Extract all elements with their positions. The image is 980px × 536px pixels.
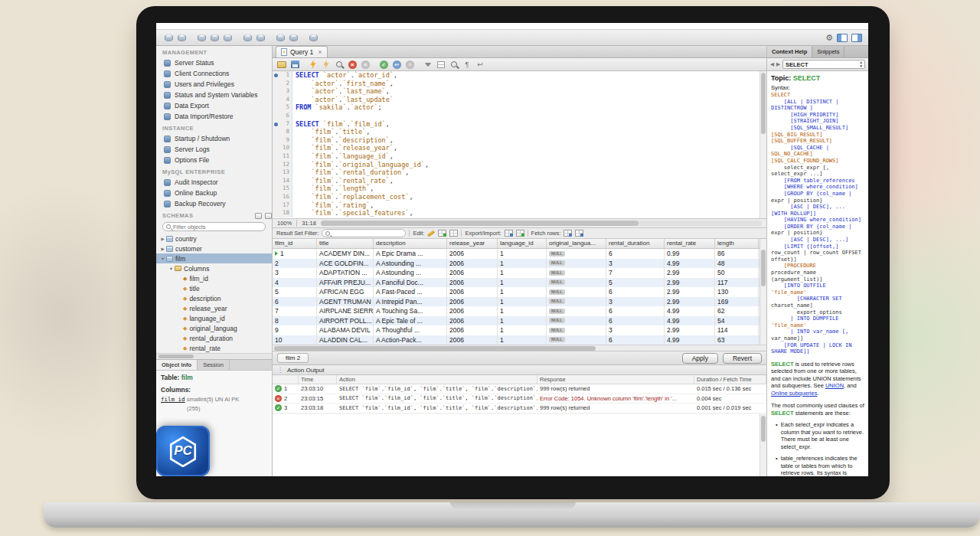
table-cell[interactable]: 62 (715, 306, 759, 316)
table-cell[interactable]: 6 (606, 335, 665, 345)
table-cell[interactable]: 5 (606, 278, 665, 288)
action-output-row[interactable]: ✓323:03:18SELECT `film`.`film_id`, `film… (273, 404, 766, 413)
sidebar-item-startup-shutdown[interactable]: Startup / Shutdown (156, 133, 272, 144)
code-line[interactable]: 15 `film`.`length`, (273, 185, 760, 193)
table-cell[interactable]: NULL (547, 297, 606, 307)
result-filter-input[interactable] (332, 230, 407, 237)
table-cell[interactable]: 2006 (447, 325, 498, 335)
table-cell[interactable]: 130 (715, 287, 759, 297)
table-cell[interactable]: 2.99 (665, 325, 715, 335)
sidebar-item-server-logs[interactable]: Server Logs (156, 144, 272, 155)
table-cell[interactable]: 3 (606, 259, 665, 269)
ao-column-time[interactable]: Time (299, 375, 337, 384)
zoom-level[interactable]: 100% (277, 220, 292, 227)
wrap-text-icon[interactable]: ↩ (475, 60, 485, 70)
table-cell[interactable]: A Intrepid Pan... (374, 297, 447, 307)
tab-session[interactable]: Session (198, 360, 230, 370)
table-cell[interactable]: A Epic Tale of ... (374, 316, 447, 326)
table-cell[interactable]: 1 (498, 278, 547, 288)
sidebar-item-data-import-restore[interactable]: Data Import/Restore (156, 111, 272, 122)
tree-item-description[interactable]: ◆description (156, 293, 272, 303)
table-cell[interactable]: 2006 (447, 259, 498, 269)
table-cell[interactable]: 4.99 (665, 316, 715, 326)
tab-query-1[interactable]: Query 1 × (276, 46, 328, 57)
execute-icon[interactable] (308, 60, 318, 70)
tab-context-help[interactable]: Context Help (767, 46, 812, 57)
table-cell[interactable]: 50 (715, 268, 759, 278)
table-cell[interactable]: A Touching Sa... (374, 306, 447, 316)
code-line[interactable]: 5FROM `sakila`.`actor`; (273, 103, 760, 112)
ao-column-response[interactable]: Response (537, 375, 694, 384)
code-line[interactable]: 6 (273, 112, 760, 120)
schemas-refresh-icon[interactable] (255, 213, 262, 219)
code-line[interactable]: 7SELECT `film`.`film_id`, (273, 120, 760, 129)
code-line[interactable]: 18 `film`.`special_features`, (273, 209, 760, 217)
table-cell[interactable]: NULL (547, 306, 606, 316)
table-cell[interactable]: 2006 (447, 287, 498, 297)
table-cell[interactable]: NULL (547, 278, 606, 288)
table-cell[interactable]: A Action-Pack... (374, 335, 447, 345)
save-script-icon[interactable] (289, 60, 300, 70)
table-cell[interactable]: 2006 (447, 335, 498, 345)
table-cell[interactable]: 3 (606, 297, 665, 307)
code-line[interactable]: 9 `film`.`description`, (273, 136, 760, 145)
table-cell[interactable]: 6 (606, 316, 665, 326)
table-cell[interactable]: 86 (715, 249, 759, 259)
table-cell[interactable]: A Thoughtful ... (374, 325, 447, 335)
explain-icon[interactable] (334, 60, 345, 70)
tree-item-country[interactable]: ▶country (156, 234, 272, 243)
table-cell[interactable]: 5 (273, 287, 317, 297)
table-cell[interactable]: 1 (498, 306, 547, 316)
create-function-icon[interactable] (274, 32, 287, 44)
table-cell[interactable]: AIRPORT POLL... (317, 316, 374, 326)
edit-record-icon[interactable] (427, 230, 435, 237)
code-line[interactable]: 2 `actor`.`first_name`, (273, 80, 760, 88)
table-cell[interactable]: 10 (273, 335, 317, 345)
table-cell[interactable]: ADAPTATION ... (317, 268, 374, 278)
table-cell[interactable]: AGENT TRUMAN (317, 297, 374, 307)
close-tab-icon[interactable]: × (318, 48, 322, 56)
create-stored-procedure-icon[interactable] (254, 32, 267, 44)
table-cell[interactable]: A Epic Drama ... (374, 249, 447, 259)
code-line[interactable]: 3 `actor`.`last_name`, (273, 87, 760, 96)
create-table-icon[interactable] (221, 32, 234, 44)
new-query-tab-icon[interactable] (162, 32, 175, 44)
action-output-scrollbar[interactable] (760, 414, 766, 476)
code-line[interactable]: 13 `film`.`rental_duration`, (273, 168, 760, 177)
table-row[interactable]: 1ACADEMY DIN...A Epic Drama ...20061NULL… (273, 249, 766, 259)
sidebar-item-client-connections[interactable]: Client Connections (156, 68, 272, 79)
schema-filter[interactable] (162, 222, 266, 231)
expand-arrow-icon[interactable]: ▶ (159, 247, 166, 251)
table-cell[interactable]: 2.99 (665, 268, 715, 278)
schemas-collapse-icon[interactable] (265, 213, 272, 219)
table-row[interactable]: 6AGENT TRUMANA Intrepid Pan...20061NULL3… (273, 297, 766, 307)
sidebar-item-online-backup[interactable]: Online Backup (156, 188, 272, 198)
table-cell[interactable]: 3 (273, 268, 317, 278)
sql-code-area[interactable]: 1SELECT `actor`.`actor_id`,2 `actor`.`fi… (273, 71, 766, 218)
stop-query-icon[interactable]: × (347, 60, 358, 70)
table-cell[interactable]: 7 (273, 306, 317, 316)
table-cell[interactable]: 63 (715, 335, 759, 345)
apply-button[interactable]: Apply (682, 353, 718, 364)
execute-current-statement-icon[interactable] (321, 60, 332, 70)
code-line[interactable]: 8 `film`.`title`, (273, 128, 760, 136)
search-table-data-icon[interactable] (287, 32, 300, 44)
column-header-language-id[interactable]: language_id (498, 239, 547, 248)
table-row[interactable]: 5AFRICAN EGGA Fast-Paced ...20061NULL62.… (273, 287, 766, 297)
table-cell[interactable]: 169 (715, 297, 759, 307)
tab-snippets[interactable]: Snippets (812, 46, 844, 57)
expand-arrow-icon[interactable]: ▼ (168, 266, 175, 271)
grid-vertical-scrollbar[interactable] (760, 239, 766, 345)
add-row-icon[interactable] (438, 230, 446, 237)
commit-icon[interactable]: ✓ (378, 60, 389, 70)
table-cell[interactable]: 1 (498, 259, 547, 269)
table-cell[interactable]: 4.99 (665, 306, 715, 316)
table-cell[interactable]: ACADEMY DIN... (317, 249, 374, 259)
column-header-length[interactable]: length (715, 239, 759, 248)
table-row[interactable]: 3ADAPTATION ...A Astounding ...20061NULL… (273, 268, 766, 278)
editor-horizontal-scrollbar[interactable] (321, 221, 762, 226)
topic-select[interactable]: SELECT ▴▾ (782, 60, 865, 69)
import-records-icon[interactable] (516, 230, 524, 237)
autocommit-icon[interactable] (404, 60, 415, 70)
table-cell[interactable]: 2006 (447, 297, 498, 307)
